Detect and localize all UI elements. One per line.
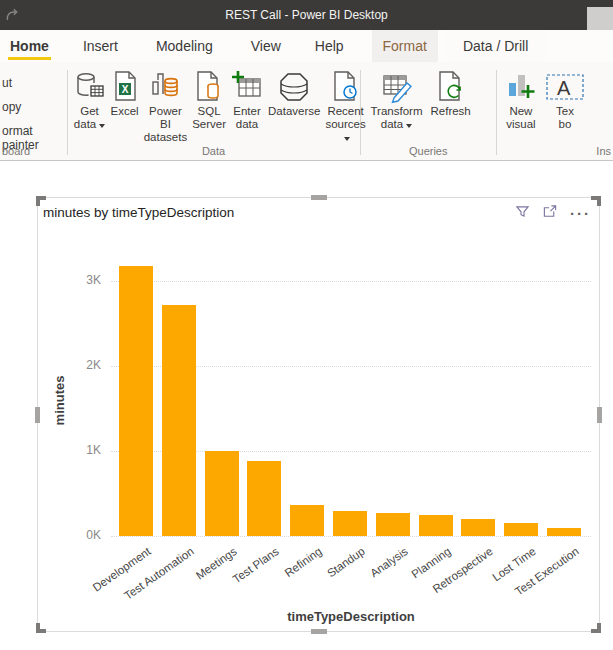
ribbon: ut opy ormat painter board Get data <box>0 62 613 161</box>
bar[interactable] <box>419 515 453 536</box>
data-group: Get data X Excel <box>68 62 360 160</box>
insert-group: Newvisual A Texbo Ins <box>497 62 613 160</box>
gridline <box>111 281 591 282</box>
recent-sources-icon <box>331 69 361 105</box>
get-data-button[interactable]: Get data <box>74 67 106 131</box>
clipboard-group-label: board <box>0 145 67 157</box>
power-bi-datasets-icon <box>149 69 181 105</box>
new-visual-button[interactable]: Newvisual <box>505 67 537 131</box>
ribbon-tab-bar: Home Insert Modeling View Help Format Da… <box>0 30 613 62</box>
svg-text:X: X <box>121 84 128 95</box>
queries-group-label: Queries <box>361 145 496 157</box>
svg-text:A: A <box>557 77 571 99</box>
data-group-label: Data <box>68 145 360 157</box>
window-title: REST Call - Power BI Desktop <box>0 8 613 22</box>
sql-server-button[interactable]: SQLServer <box>192 67 226 131</box>
transform-data-icon <box>380 69 414 105</box>
cut-button[interactable]: ut <box>2 76 12 90</box>
enter-data-icon <box>231 69 263 105</box>
dataverse-button[interactable]: Dataverse <box>268 67 320 118</box>
copy-button[interactable]: opy <box>2 100 21 114</box>
enter-data-button[interactable]: Enterdata <box>231 67 263 131</box>
bar[interactable] <box>376 513 410 536</box>
bar[interactable] <box>290 505 324 536</box>
bar[interactable] <box>461 519 495 536</box>
tab-modeling[interactable]: Modeling <box>152 30 217 62</box>
chevron-down-icon <box>99 124 105 128</box>
y-tick-label: 0K <box>71 528 101 542</box>
bar[interactable] <box>119 266 153 536</box>
dataverse-icon <box>277 69 311 105</box>
y-axis-title: minutes <box>52 301 67 501</box>
tab-help[interactable]: Help <box>311 30 348 62</box>
queries-group: Transform data Refresh Queries <box>361 62 496 160</box>
excel-icon: X <box>111 69 139 105</box>
bar[interactable] <box>333 511 367 536</box>
bar[interactable] <box>205 451 239 536</box>
y-tick-label: 3K <box>71 273 101 287</box>
clipboard-group: ut opy ormat painter board <box>0 62 67 160</box>
y-tick-label: 1K <box>71 443 101 457</box>
refresh-icon <box>436 69 466 105</box>
sql-server-icon <box>194 69 224 105</box>
titlebar-right-button[interactable] <box>587 7 613 30</box>
y-tick-label: 2K <box>71 358 101 372</box>
excel-button[interactable]: X Excel <box>111 67 139 118</box>
bar-chart-visual[interactable]: minutes by timeTypeDescription ··· mi <box>37 197 600 632</box>
tab-data-drill[interactable]: Data / Drill <box>446 30 546 62</box>
tab-insert[interactable]: Insert <box>79 30 122 62</box>
title-bar: REST Call - Power BI Desktop <box>0 0 613 30</box>
refresh-button[interactable]: Refresh <box>431 67 471 118</box>
get-data-icon <box>74 69 106 105</box>
tab-home[interactable]: Home <box>6 30 53 62</box>
active-tab-underline <box>8 57 51 60</box>
plot-area: minutes timeTypeDescription 0K1K2K3KDeve… <box>38 198 601 633</box>
text-box-icon: A <box>545 69 585 105</box>
bar[interactable] <box>247 461 281 536</box>
bar[interactable] <box>504 523 538 536</box>
insert-group-label: Ins <box>497 145 613 157</box>
chevron-down-icon <box>344 137 350 141</box>
bar[interactable] <box>547 528 581 537</box>
report-canvas[interactable]: minutes by timeTypeDescription ··· mi <box>0 162 613 650</box>
new-visual-icon <box>505 69 537 105</box>
x-axis-title: timeTypeDescription <box>231 609 471 624</box>
chevron-down-icon <box>406 124 412 128</box>
tab-format[interactable]: Format <box>372 30 438 62</box>
transform-data-button[interactable]: Transform data <box>371 67 423 131</box>
power-bi-datasets-button[interactable]: Power BIdatasets <box>144 67 187 144</box>
bar[interactable] <box>162 305 196 536</box>
tab-view[interactable]: View <box>247 30 285 62</box>
text-box-button[interactable]: A Texbo <box>545 67 585 131</box>
gridline <box>111 536 591 537</box>
